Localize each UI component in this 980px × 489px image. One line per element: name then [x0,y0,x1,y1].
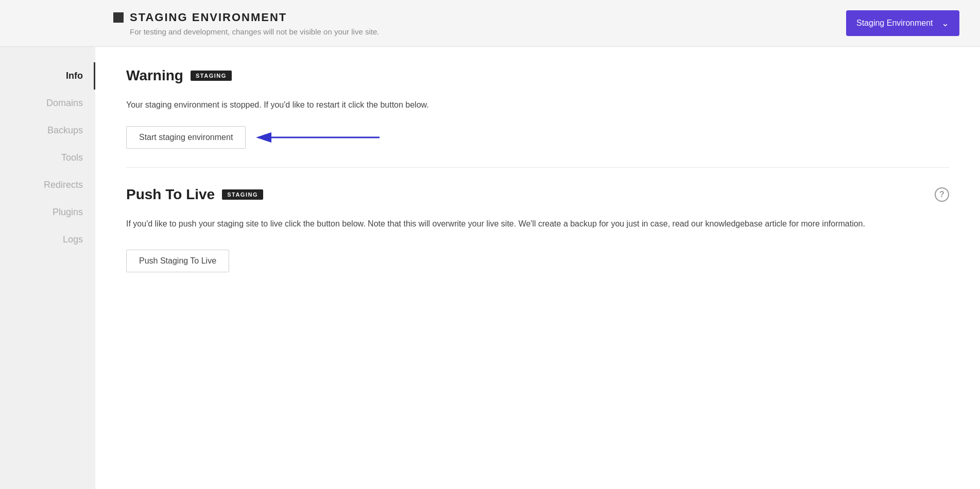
main-layout: Info Domains Backups Tools Redirects Plu… [0,47,980,489]
page-wrapper: STAGING ENVIRONMENT For testing and deve… [0,0,980,489]
main-content: Warning STAGING Your staging environment… [95,47,980,489]
warning-title: Warning [126,67,183,84]
page-subtitle: For testing and development, changes wil… [113,27,379,36]
warning-section-header: Warning STAGING [126,67,949,84]
push-to-live-description: If you'd like to push your staging site … [126,217,949,231]
push-to-live-title: Push To Live [126,186,215,203]
header: STAGING ENVIRONMENT For testing and deve… [0,0,980,47]
section-divider [126,167,949,168]
page-title: STAGING ENVIRONMENT [130,11,287,24]
svg-marker-1 [256,132,271,143]
staging-icon [113,12,124,23]
environment-dropdown[interactable]: Staging Environment ⌄ [846,10,959,36]
env-dropdown-label: Staging Environment [856,19,933,28]
push-to-live-section: Push To Live STAGING ? If you'd like to … [126,186,949,273]
sidebar-item-redirects[interactable]: Redirects [0,171,95,199]
push-to-live-header: Push To Live STAGING ? [126,186,949,203]
sidebar-item-logs[interactable]: Logs [0,226,95,253]
help-icon[interactable]: ? [935,187,949,202]
sidebar-item-tools[interactable]: Tools [0,144,95,171]
sidebar: Info Domains Backups Tools Redirects Plu… [0,47,95,489]
warning-staging-badge: STAGING [191,71,232,81]
start-button-area: Start staging environment [126,126,949,149]
warning-description: Your staging environment is stopped. If … [126,98,949,112]
push-staging-to-live-button[interactable]: Push Staging To Live [126,250,229,272]
header-left: STAGING ENVIRONMENT For testing and deve… [113,11,379,36]
chevron-down-icon: ⌄ [941,18,949,29]
arrow-icon [256,130,380,145]
push-to-live-staging-badge: STAGING [222,189,263,200]
start-staging-button[interactable]: Start staging environment [126,126,246,149]
push-to-live-title-row: Push To Live STAGING [126,186,263,203]
sidebar-item-info[interactable]: Info [0,62,95,90]
warning-section: Warning STAGING Your staging environment… [126,67,949,149]
header-title-row: STAGING ENVIRONMENT [113,11,379,24]
sidebar-item-domains[interactable]: Domains [0,90,95,117]
sidebar-item-backups[interactable]: Backups [0,117,95,144]
sidebar-item-plugins[interactable]: Plugins [0,199,95,226]
